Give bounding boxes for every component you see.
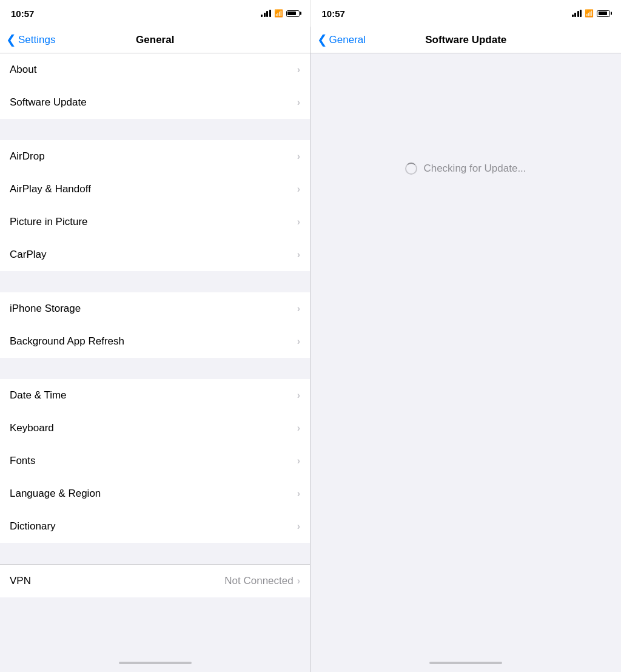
date-time-chevron-icon: › xyxy=(297,390,300,401)
software-update-right: › xyxy=(297,97,300,108)
vpn-right: Not Connected › xyxy=(224,575,300,587)
wifi-icon: 📶 xyxy=(274,9,283,18)
left-status-icons: 📶 xyxy=(261,9,300,18)
right-status-bar: 10:57 📶 xyxy=(311,0,622,27)
right-battery-icon xyxy=(597,10,610,17)
left-nav: ❮ Settings General xyxy=(0,27,311,53)
right-back-chevron-icon: ❮ xyxy=(317,33,327,45)
picture-in-picture-chevron-icon: › xyxy=(297,217,300,227)
back-chevron-icon: ❮ xyxy=(6,33,16,45)
settings-back-button[interactable]: ❮ Settings xyxy=(6,34,55,46)
iphone-storage-item[interactable]: iPhone Storage › xyxy=(0,292,310,325)
picture-in-picture-right: › xyxy=(297,217,300,227)
fonts-right: › xyxy=(297,455,300,466)
back-label: Settings xyxy=(18,34,55,46)
dictionary-item[interactable]: Dictionary › xyxy=(0,510,310,543)
dictionary-chevron-icon: › xyxy=(297,521,300,532)
left-home-bar xyxy=(119,662,192,664)
separator-3 xyxy=(0,358,310,379)
carplay-right: › xyxy=(297,249,300,260)
fonts-item[interactable]: Fonts › xyxy=(0,445,310,477)
right-time: 10:57 xyxy=(322,8,345,19)
right-status-icons: 📶 xyxy=(572,9,611,18)
checking-container: Checking for Update... xyxy=(405,163,526,175)
dictionary-label: Dictionary xyxy=(10,520,56,533)
airplay-handoff-item[interactable]: AirPlay & Handoff › xyxy=(0,173,310,206)
vpn-value: Not Connected xyxy=(224,575,293,587)
right-nav: ❮ General Software Update xyxy=(311,27,622,53)
keyboard-label: Keyboard xyxy=(10,422,54,434)
keyboard-right: › xyxy=(297,423,300,434)
about-chevron-icon: › xyxy=(297,64,300,75)
right-nav-title: Software Update xyxy=(425,34,506,46)
language-region-label: Language & Region xyxy=(10,488,101,500)
language-region-item[interactable]: Language & Region › xyxy=(0,477,310,510)
picture-in-picture-label: Picture in Picture xyxy=(10,216,88,228)
vpn-label: VPN xyxy=(10,575,31,587)
background-app-refresh-item[interactable]: Background App Refresh › xyxy=(0,325,310,358)
right-panel: Checking for Update... xyxy=(310,53,621,654)
airdrop-item[interactable]: AirDrop › xyxy=(0,140,310,173)
general-back-button[interactable]: ❮ General xyxy=(317,34,366,46)
left-nav-title: General xyxy=(136,34,174,46)
right-home-indicator xyxy=(311,654,622,672)
separator-2 xyxy=(0,271,310,292)
background-app-refresh-label: Background App Refresh xyxy=(10,335,124,348)
airplay-handoff-right: › xyxy=(297,184,300,195)
nav-bar: ❮ Settings General ❮ General Software Up… xyxy=(0,27,621,53)
section-4: Date & Time › Keyboard › Fonts › Languag… xyxy=(0,379,310,543)
carplay-chevron-icon: › xyxy=(297,249,300,260)
section-2: AirDrop › AirPlay & Handoff › Picture in… xyxy=(0,140,310,271)
separator-1 xyxy=(0,119,310,140)
separator-4 xyxy=(0,543,310,564)
dictionary-right: › xyxy=(297,521,300,532)
airdrop-right: › xyxy=(297,151,300,162)
carplay-label: CarPlay xyxy=(10,249,46,261)
right-home-bar xyxy=(429,662,502,664)
keyboard-chevron-icon: › xyxy=(297,423,300,434)
left-time: 10:57 xyxy=(11,8,34,19)
language-region-right: › xyxy=(297,488,300,499)
vpn-section: VPN Not Connected › xyxy=(0,564,310,597)
background-app-refresh-right: › xyxy=(297,336,300,347)
left-home-indicator xyxy=(0,654,311,672)
vpn-chevron-icon: › xyxy=(297,576,300,586)
airdrop-chevron-icon: › xyxy=(297,151,300,162)
battery-icon xyxy=(286,10,300,17)
software-update-item[interactable]: Software Update › xyxy=(0,86,310,119)
background-app-refresh-chevron-icon: › xyxy=(297,336,300,347)
right-back-label: General xyxy=(329,34,366,46)
airplay-handoff-label: AirPlay & Handoff xyxy=(10,183,91,195)
section-3: iPhone Storage › Background App Refresh … xyxy=(0,292,310,358)
picture-in-picture-item[interactable]: Picture in Picture › xyxy=(0,206,310,238)
checking-text: Checking for Update... xyxy=(423,163,526,175)
iphone-storage-chevron-icon: › xyxy=(297,303,300,314)
date-time-label: Date & Time xyxy=(10,389,67,402)
main-content: About › Software Update › AirDrop › xyxy=(0,53,621,654)
signal-icon xyxy=(261,10,271,17)
fonts-chevron-icon: › xyxy=(297,455,300,466)
status-bar: 10:57 📶 10:57 📶 xyxy=(0,0,621,27)
language-region-chevron-icon: › xyxy=(297,488,300,499)
left-status-bar: 10:57 📶 xyxy=(0,0,311,27)
left-panel: About › Software Update › AirDrop › xyxy=(0,53,310,654)
loading-spinner xyxy=(405,163,417,175)
right-signal-icon xyxy=(572,10,582,17)
home-indicator-row xyxy=(0,654,621,672)
software-update-chevron-icon: › xyxy=(297,97,300,108)
about-item[interactable]: About › xyxy=(0,53,310,86)
date-time-item[interactable]: Date & Time › xyxy=(0,379,310,412)
keyboard-item[interactable]: Keyboard › xyxy=(0,412,310,445)
iphone-storage-label: iPhone Storage xyxy=(10,303,81,315)
airdrop-label: AirDrop xyxy=(10,150,45,163)
about-label: About xyxy=(10,64,36,76)
vpn-item[interactable]: VPN Not Connected › xyxy=(0,565,310,597)
fonts-label: Fonts xyxy=(10,455,36,467)
carplay-item[interactable]: CarPlay › xyxy=(0,238,310,271)
date-time-right: › xyxy=(297,390,300,401)
right-wifi-icon: 📶 xyxy=(585,9,594,18)
airplay-handoff-chevron-icon: › xyxy=(297,184,300,195)
iphone-storage-right: › xyxy=(297,303,300,314)
section-1: About › Software Update › xyxy=(0,53,310,119)
software-update-label: Software Update xyxy=(10,96,87,109)
